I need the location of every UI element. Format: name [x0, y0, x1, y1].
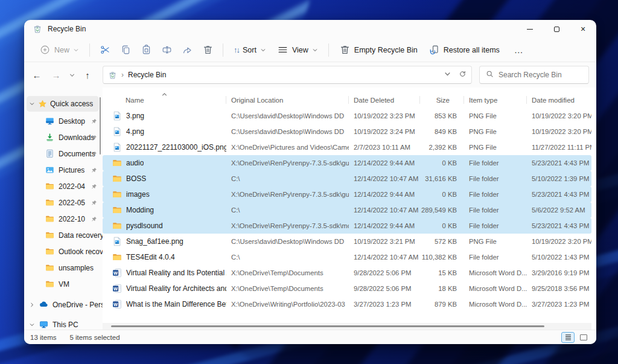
- history-chevron-button[interactable]: [66, 66, 77, 84]
- column-header-original-location[interactable]: Original Location: [226, 92, 349, 108]
- file-row[interactable]: pysdlsoundX:\OneDrive\RenPy\renpy-7.3.5-…: [103, 218, 591, 234]
- column-header-date-modified[interactable]: Date modified: [527, 92, 591, 108]
- sidebar-item-2022-04[interactable]: 2022-04: [24, 178, 103, 194]
- folder-icon: [45, 198, 54, 207]
- new-button[interactable]: New: [34, 40, 84, 59]
- folder-file-icon: [112, 221, 122, 231]
- refresh-icon[interactable]: [459, 70, 467, 80]
- sidebar-item-onedrive-perso[interactable]: OneDrive - Perso: [24, 296, 103, 313]
- file-date-modified: 5/23/2021 4:43 PM: [527, 222, 591, 229]
- file-original-location: X:\OneDrive\RenPy\renpy-7.3.5-sdk\gui\..…: [226, 159, 349, 167]
- file-date-deleted: 10/19/2022 3:21 PM: [349, 238, 420, 245]
- file-name-cell: BOSS: [103, 174, 226, 184]
- file-row[interactable]: ModdingC:\12/14/2022 10:47 AM289,549 KBF…: [103, 202, 591, 218]
- column-header-item-type[interactable]: Item type: [464, 92, 527, 108]
- file-row[interactable]: 4.pngC:\Users\david\Desktop\Windows DD10…: [103, 124, 591, 139]
- file-row[interactable]: TES4Edit 4.0.4C:\12/14/2022 10:47 AM110,…: [103, 249, 591, 265]
- sidebar-item-data-recovery[interactable]: Data recovery: [24, 227, 103, 243]
- minimize-button[interactable]: [517, 20, 543, 38]
- file-item-type: Microsoft Word D...: [464, 269, 527, 276]
- share-button[interactable]: [177, 40, 197, 59]
- sort-ascending-icon: [161, 91, 168, 99]
- file-size: 0 KB: [420, 222, 464, 229]
- rename-button[interactable]: [156, 40, 177, 59]
- column-header-name[interactable]: Name: [103, 92, 226, 108]
- address-bar[interactable]: › Recycle Bin: [103, 66, 472, 84]
- file-date-deleted: 12/14/2022 10:47 AM: [349, 254, 420, 261]
- sidebar-item-documents[interactable]: Documents: [24, 145, 103, 162]
- column-headers: Name Original Location Date Deleted Size…: [103, 92, 591, 108]
- sort-button[interactable]: ↑↓ Sort: [228, 42, 272, 58]
- file-row[interactable]: audioX:\OneDrive\RenPy\renpy-7.3.5-sdk\g…: [103, 155, 591, 171]
- folder-file-icon: [112, 252, 122, 262]
- chevron-down-icon: [260, 47, 266, 53]
- sidebar-item-label: Downloads: [59, 133, 94, 142]
- file-original-location: X:\OneDrive\Writing\Portfolio\2023-03: [226, 301, 349, 308]
- details-view-button[interactable]: [561, 332, 575, 343]
- sidebar-item-quick-access[interactable]: Quick access: [27, 96, 99, 112]
- address-dropdown-icon[interactable]: [444, 70, 451, 80]
- file-original-location: C:\Users\david\Desktop\Windows DD: [226, 238, 349, 245]
- sidebar-item-2022-05[interactable]: 2022-05: [24, 194, 103, 211]
- sidebar-item-unsamples[interactable]: unsamples: [24, 260, 103, 276]
- chevron-down-icon[interactable]: [29, 101, 35, 107]
- search-input[interactable]: Search Recycle Bin: [479, 66, 589, 84]
- file-name: 3.png: [126, 112, 144, 120]
- file-row[interactable]: Snag_6af1ee.pngC:\Users\david\Desktop\Wi…: [103, 234, 591, 249]
- file-date-deleted: 10/19/2022 3:24 PM: [349, 128, 420, 135]
- cut-button[interactable]: [95, 40, 115, 59]
- file-row[interactable]: WVirtual Reality and Its Potential App..…: [103, 265, 591, 281]
- ellipsis-icon: …: [511, 45, 527, 55]
- file-row[interactable]: imagesX:\OneDrive\RenPy\renpy-7.3.5-sdk\…: [103, 187, 591, 202]
- file-row[interactable]: 3.pngC:\Users\david\Desktop\Windows DD10…: [103, 108, 591, 124]
- sidebar-item-label: 2022-05: [59, 199, 85, 207]
- copy-button[interactable]: [115, 40, 136, 59]
- large-icons-view-button[interactable]: [577, 332, 590, 343]
- file-item-type: File folder: [464, 159, 527, 167]
- more-options-button[interactable]: …: [505, 41, 533, 59]
- sidebar-item-pictures[interactable]: Pictures: [24, 162, 103, 178]
- file-name: audio: [126, 159, 144, 167]
- file-date-modified: 10/19/2022 3:20 PM: [527, 128, 591, 135]
- close-button[interactable]: ×: [570, 20, 596, 38]
- delete-button[interactable]: [197, 40, 218, 59]
- file-size: 853 KB: [420, 112, 464, 120]
- sidebar-item-desktop[interactable]: Desktop: [24, 113, 103, 129]
- sidebar-item-2022-10[interactable]: 2022-10: [24, 211, 103, 227]
- column-header-date-deleted[interactable]: Date Deleted: [349, 92, 420, 108]
- file-row[interactable]: WWhat is the Main Difference Betwe...X:\…: [103, 296, 591, 312]
- file-row[interactable]: 20221127_221103000_iOS.pngX:\OneDrive\Pi…: [103, 139, 591, 155]
- sidebar-item-vm[interactable]: VM: [24, 276, 103, 292]
- breadcrumb[interactable]: Recycle Bin: [128, 71, 166, 79]
- file-name-cell: 20221127_221103000_iOS.png: [103, 142, 226, 152]
- search-placeholder: Search Recycle Bin: [499, 71, 562, 79]
- up-button[interactable]: ↑: [78, 66, 97, 84]
- file-name-cell: pysdlsound: [103, 221, 226, 231]
- titlebar[interactable]: Recycle Bin ×: [24, 20, 596, 38]
- restore-all-items-button[interactable]: Restore all items: [423, 40, 505, 59]
- maximize-button[interactable]: [543, 20, 570, 38]
- column-header-size[interactable]: Size: [420, 92, 464, 108]
- empty-recycle-bin-button[interactable]: Empty Recycle Bin: [334, 40, 423, 59]
- file-row[interactable]: BOSSC:\12/14/2022 10:47 AM31,616 KBFile …: [103, 171, 591, 187]
- file-row[interactable]: WVirtual Reality for Architects and Re..…: [103, 281, 591, 296]
- file-original-location: X:\OneDrive\Pictures and Videos\Camer...: [226, 144, 349, 151]
- sidebar-item-outlook-recove[interactable]: Outlook recove: [24, 243, 103, 260]
- sidebar-item-this-pc[interactable]: This PC: [24, 316, 103, 330]
- view-button[interactable]: View: [272, 40, 323, 59]
- chevron-down-icon[interactable]: [29, 322, 35, 328]
- sidebar-item-downloads[interactable]: Downloads: [24, 129, 103, 145]
- file-name-cell: WWhat is the Main Difference Betwe...: [103, 299, 226, 309]
- scrollbar-thumb[interactable]: [111, 325, 544, 327]
- window-title: Recycle Bin: [48, 25, 86, 33]
- file-original-location: C:\: [226, 175, 349, 182]
- back-button[interactable]: ←: [28, 66, 46, 84]
- forward-button[interactable]: →: [47, 66, 65, 84]
- selected-count: 5 items selected: [69, 334, 119, 341]
- sidebar-scrollbar[interactable]: [100, 97, 101, 155]
- horizontal-scrollbar[interactable]: [103, 323, 591, 330]
- file-date-deleted: 10/19/2022 3:23 PM: [349, 112, 420, 120]
- toolbar-divider: [89, 43, 90, 57]
- paste-button[interactable]: [136, 40, 156, 59]
- chevron-right-icon[interactable]: [29, 302, 35, 308]
